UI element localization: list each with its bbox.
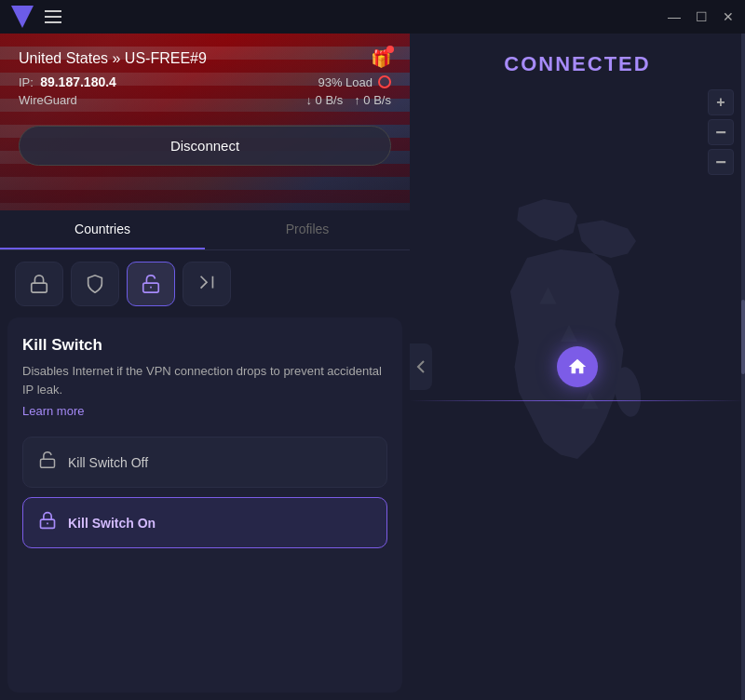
ip-value: 89.187.180.4 xyxy=(40,74,116,89)
learn-more-link[interactable]: Learn more xyxy=(22,404,84,418)
right-scroll-thumb[interactable] xyxy=(741,300,745,374)
svg-rect-4 xyxy=(41,459,55,467)
kill-switch-description: Disables Internet if the VPN connection … xyxy=(22,362,387,398)
zoom-out2-button[interactable]: − xyxy=(708,149,734,175)
filter-shield-button[interactable] xyxy=(71,262,119,306)
collapse-panel-button[interactable] xyxy=(410,343,432,390)
speed-info: ↓ 0 B/s ↑ 0 B/s xyxy=(306,93,392,107)
upload-speed: ↑ 0 B/s xyxy=(354,93,391,107)
kill-switch-off-icon xyxy=(38,451,57,474)
download-speed: ↓ 0 B/s xyxy=(306,93,344,107)
close-button[interactable]: ✕ xyxy=(723,9,734,24)
protocol-row: WireGuard ↓ 0 B/s ↑ 0 B/s xyxy=(19,93,391,107)
kill-switch-title: Kill Switch xyxy=(22,336,387,355)
kill-switch-off-label: Kill Switch Off xyxy=(68,455,148,470)
ip-row: IP: 89.187.180.4 93% Load xyxy=(19,74,391,89)
right-scrollbar xyxy=(741,34,745,700)
map-pin xyxy=(557,346,598,387)
title-bar-left xyxy=(11,6,61,28)
svg-rect-0 xyxy=(32,283,47,292)
connection-line xyxy=(410,400,745,401)
kill-switch-on-icon xyxy=(38,511,57,534)
zoom-controls: + − − xyxy=(708,89,734,175)
minimize-button[interactable]: — xyxy=(668,9,681,24)
zoom-in-button[interactable]: + xyxy=(708,89,734,115)
load-circle-icon xyxy=(378,75,391,88)
server-name: United States » US-FREE#9 xyxy=(19,50,207,67)
server-header: United States » US-FREE#9 🎁 IP: 89.187.1… xyxy=(0,34,410,210)
gift-notification-dot xyxy=(386,46,394,53)
filter-killswitch-button[interactable] xyxy=(127,262,175,306)
tab-countries[interactable]: Countries xyxy=(0,210,205,249)
server-info: United States » US-FREE#9 🎁 IP: 89.187.1… xyxy=(19,48,391,166)
load-row: 93% Load xyxy=(318,75,391,89)
zoom-out-button[interactable]: − xyxy=(708,119,734,145)
left-panel: United States » US-FREE#9 🎁 IP: 89.187.1… xyxy=(0,34,410,700)
protocol-name: WireGuard xyxy=(19,93,77,107)
gift-icon[interactable]: 🎁 xyxy=(371,48,391,69)
maximize-button[interactable]: ☐ xyxy=(696,9,708,24)
disconnect-button[interactable]: Disconnect xyxy=(19,126,391,166)
load-text: 93% Load xyxy=(318,75,372,89)
app-logo-icon xyxy=(11,6,34,28)
server-name-row: United States » US-FREE#9 🎁 xyxy=(19,48,391,69)
kill-switch-on-label: Kill Switch On xyxy=(68,516,156,531)
title-bar: — ☐ ✕ xyxy=(0,0,745,34)
right-panel: CONNECTED xyxy=(410,34,745,700)
tab-profiles[interactable]: Profiles xyxy=(205,210,410,249)
menu-icon[interactable] xyxy=(45,10,61,23)
filter-forward-button[interactable] xyxy=(183,262,231,306)
ip-label: IP: 89.187.180.4 xyxy=(19,74,116,89)
kill-switch-on-option[interactable]: Kill Switch On xyxy=(22,497,387,548)
tabs-row: Countries Profiles xyxy=(0,210,410,250)
filter-lock-button[interactable] xyxy=(15,262,63,306)
main-layout: United States » US-FREE#9 🎁 IP: 89.187.1… xyxy=(0,34,745,700)
filter-row xyxy=(0,250,410,317)
window-controls: — ☐ ✕ xyxy=(668,9,734,24)
kill-switch-off-option[interactable]: Kill Switch Off xyxy=(22,437,387,488)
kill-switch-panel: Kill Switch Disables Internet if the VPN… xyxy=(7,317,402,693)
